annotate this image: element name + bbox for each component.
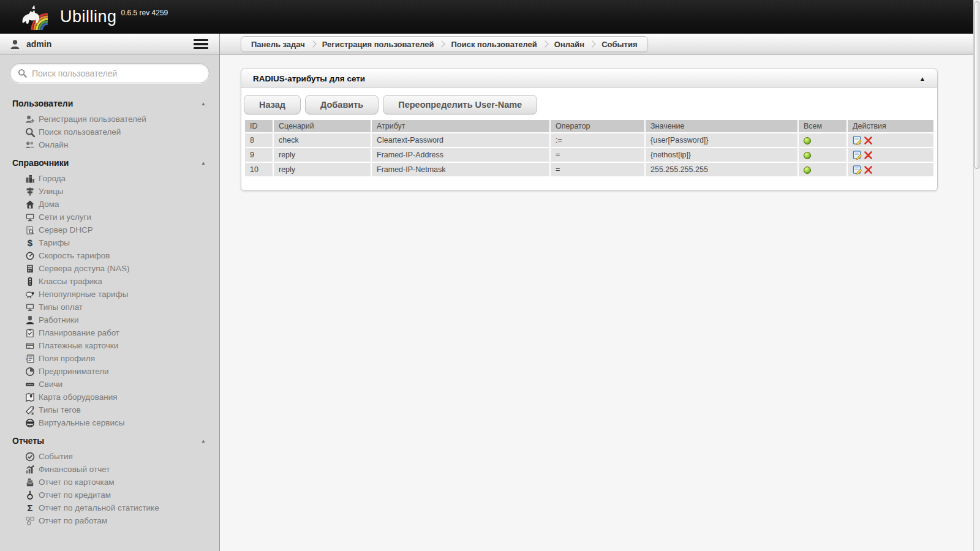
status-green-orb-icon bbox=[804, 167, 811, 174]
cell-attribute: Framed-IP-Netmask bbox=[372, 163, 549, 176]
delete-icon[interactable] bbox=[864, 151, 873, 160]
sidebar-item-speedometer[interactable]: Скорость тарифов bbox=[0, 249, 219, 262]
speedometer-icon bbox=[24, 250, 36, 261]
sidebar-item-street[interactable]: Улицы bbox=[0, 185, 219, 198]
section-collapse-arrow-icon[interactable]: ▲ bbox=[201, 101, 206, 107]
cell-id: 10 bbox=[245, 163, 273, 176]
ubilling-unicorn-rainbow-logo bbox=[18, 4, 53, 31]
vertical-scrollbar-track[interactable] bbox=[973, 0, 980, 551]
sidebar-item-label: Работники bbox=[39, 315, 79, 325]
sidebar-item-label: Виртуальные сервисы bbox=[39, 418, 124, 428]
city-icon bbox=[24, 173, 36, 184]
user-search-box bbox=[10, 63, 209, 83]
breadcrumb-item[interactable]: Поиск пользователей bbox=[451, 40, 537, 49]
sidebar-section-directories[interactable]: Справочники▲ bbox=[0, 151, 219, 172]
column-header: Всем bbox=[799, 120, 846, 132]
sidebar-item-label: Сервера доступа (NAS) bbox=[39, 263, 130, 274]
sidebar-item-label: Финансовый отчет bbox=[39, 464, 110, 474]
add-button[interactable]: Добавить bbox=[305, 95, 379, 114]
sidebar-item-nas-server[interactable]: Сервера доступа (NAS) bbox=[0, 262, 219, 275]
breadcrumb-item[interactable]: Панель задач bbox=[251, 40, 305, 49]
sidebar-item-sigma[interactable]: ΣОтчет по детальной статистике bbox=[0, 501, 219, 514]
back-button[interactable]: Назад bbox=[244, 95, 301, 114]
panel-header: RADIUS-атрибуты для сети ▲ bbox=[241, 69, 937, 88]
worker-icon bbox=[24, 315, 36, 325]
section-collapse-arrow-icon[interactable]: ▲ bbox=[201, 160, 206, 166]
mask-icon bbox=[24, 418, 36, 428]
edit-icon[interactable] bbox=[853, 135, 862, 145]
sidebar-item-work-nodes[interactable]: Отчет по работам bbox=[0, 514, 219, 527]
sidebar-item-payment-card[interactable]: Платежные карточки bbox=[0, 339, 219, 352]
panel-title: RADIUS-атрибуты для сети bbox=[253, 74, 365, 83]
version-label: 0.6.5 rev 4259 bbox=[121, 9, 168, 17]
sidebar-item-user-search[interactable]: Поиск пользователей bbox=[0, 126, 219, 138]
cell-operator: = bbox=[551, 148, 644, 162]
dhcp-server-icon bbox=[24, 225, 36, 235]
radius-attributes-table: IDСценарийАтрибутОператорЗначениеВсемДей… bbox=[244, 119, 935, 178]
panel-collapse-arrow-icon[interactable]: ▲ bbox=[919, 75, 925, 82]
sidebar-item-worker[interactable]: Работники bbox=[0, 313, 219, 326]
sidebar-item-equipment-map[interactable]: Карта оборудования bbox=[0, 391, 219, 403]
sidebar-item-tag[interactable]: Типы тегов bbox=[0, 403, 219, 416]
breadcrumb-separator-icon bbox=[439, 40, 445, 47]
sidebar-item-label: Платежные карточки bbox=[39, 340, 118, 351]
sidebar-item-sheep[interactable]: Непопулярные тарифы bbox=[0, 288, 219, 301]
sidebar-item-city[interactable]: Города bbox=[0, 172, 219, 185]
cash-register-icon bbox=[24, 477, 36, 487]
sidebar-item-users-online[interactable]: Онлайн bbox=[0, 138, 219, 151]
radius-attributes-panel: RADIUS-атрибуты для сети ▲ НазадДобавить… bbox=[241, 69, 938, 191]
edit-icon[interactable] bbox=[853, 150, 862, 160]
sidebar-item-network[interactable]: Сети и услуги bbox=[0, 211, 219, 223]
payment-card-icon bbox=[24, 340, 36, 351]
user-add-icon bbox=[24, 114, 36, 124]
sidebar-item-dollar[interactable]: $Тарифы bbox=[0, 236, 219, 249]
equipment-map-icon bbox=[24, 392, 36, 402]
section-collapse-arrow-icon[interactable]: ▲ bbox=[201, 438, 206, 444]
sidebar-item-label: Карта оборудования bbox=[39, 392, 118, 402]
sidebar-item-traffic-light[interactable]: Классы трафика bbox=[0, 275, 219, 288]
breadcrumb-item[interactable]: Регистрация пользователей bbox=[322, 40, 434, 49]
sidebar-item-payment-terminal[interactable]: Типы оплат bbox=[0, 301, 219, 313]
cell-scenario: reply bbox=[274, 148, 371, 162]
sidebar-item-clipboard[interactable]: Планирование работ bbox=[0, 326, 219, 339]
sidebar-item-label: Скорость тарифов bbox=[39, 250, 110, 261]
search-input[interactable] bbox=[32, 69, 202, 78]
delete-icon[interactable] bbox=[864, 136, 873, 145]
breadcrumb-item[interactable]: События bbox=[601, 40, 637, 49]
cell-value: {nethost[ip]} bbox=[646, 148, 797, 162]
vertical-scrollbar-thumb[interactable] bbox=[974, 1, 979, 169]
sidebar-item-profile-fields[interactable]: Поля профиля bbox=[0, 352, 219, 365]
work-nodes-icon bbox=[24, 515, 36, 526]
sidebar-section-reports[interactable]: Отчеты▲ bbox=[0, 429, 219, 450]
sidebar-item-mask[interactable]: Виртуальные сервисы bbox=[0, 416, 219, 429]
sidebar-item-dhcp-server[interactable]: Сервер DHCP bbox=[0, 223, 219, 236]
sidebar-item-cash-register[interactable]: Отчет по карточкам bbox=[0, 476, 219, 489]
sidebar-item-pie-chart[interactable]: Предприниматели bbox=[0, 365, 219, 378]
sidebar-item-label: События bbox=[39, 451, 73, 462]
hamburger-menu-icon[interactable] bbox=[192, 36, 209, 53]
cell-id: 8 bbox=[245, 133, 273, 147]
breadcrumb-item[interactable]: Онлайн bbox=[554, 40, 584, 49]
traffic-light-icon bbox=[24, 276, 36, 287]
event-check-icon bbox=[24, 451, 36, 462]
sidebar-section-users[interactable]: Пользователи▲ bbox=[0, 92, 219, 113]
delete-icon[interactable] bbox=[864, 165, 873, 174]
sheep-icon bbox=[24, 289, 36, 299]
sidebar-item-user-add[interactable]: Регистрация пользователей bbox=[0, 113, 219, 126]
table-row: 10replyFramed-IP-Netmask=255.255.255.255 bbox=[245, 163, 933, 176]
edit-icon[interactable] bbox=[853, 165, 862, 174]
section-title: Отчеты bbox=[12, 436, 44, 446]
sidebar-item-switch[interactable]: Свичи bbox=[0, 378, 219, 391]
sidebar-item-label: Сети и услуги bbox=[39, 212, 91, 222]
sidebar-item-label: Отчет по кредитам bbox=[39, 490, 111, 500]
panel-toolbar: НазадДобавитьПереопределить User-Name bbox=[244, 94, 935, 114]
sidebar-item-event-check[interactable]: События bbox=[0, 450, 219, 463]
sidebar-item-finance-chart[interactable]: Финансовый отчет bbox=[0, 463, 219, 476]
sidebar-item-credit-noose[interactable]: Отчет по кредитам bbox=[0, 489, 219, 501]
column-header: Значение bbox=[646, 120, 797, 132]
sidebar-item-house[interactable]: Дома bbox=[0, 198, 219, 211]
redefine-username-button[interactable]: Переопределить User-Name bbox=[383, 95, 537, 114]
sidebar-item-label: Регистрация пользователей bbox=[39, 114, 146, 124]
sidebar-item-label: Тарифы bbox=[39, 238, 70, 248]
clipboard-icon bbox=[24, 328, 36, 338]
